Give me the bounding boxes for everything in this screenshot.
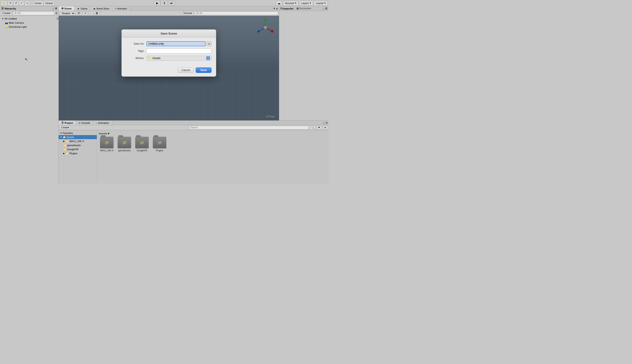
project-create-btn[interactable]: Create ▾ — [60, 126, 71, 130]
hierarchy-dirlight-label: Directional Light — [9, 26, 27, 28]
scene-viewport[interactable]: ✳ Y X — [59, 16, 279, 120]
tab-console[interactable]: ≡ Console — [76, 121, 93, 125]
effects-toggle[interactable]: 🖼 — [94, 11, 100, 15]
asset-item-plugins[interactable]: 📁 Plugins — [152, 137, 167, 152]
favorites-arrow-icon: ▼ — [60, 132, 62, 134]
save-button[interactable]: Save — [196, 68, 211, 73]
account-dropdown[interactable]: Account ▾ — [283, 1, 298, 6]
hierarchy-create-btn[interactable]: Create ▾ — [1, 11, 12, 15]
where-input[interactable]: 📁 Assets ▲ ▼ — [146, 56, 211, 61]
inspector-panel: ℹ Inspector ▣ Occlusion 🔒 ☰ — [279, 6, 329, 120]
hierarchy-menu-icon[interactable]: ☰ — [55, 7, 57, 10]
inspector-tab-inspector[interactable]: Inspector — [282, 7, 294, 10]
play-icon: ▶ — [156, 2, 158, 5]
folder-icon-plugins: 📁 — [157, 140, 162, 145]
asset-label-plugins: Plugins — [156, 149, 163, 152]
tab-game[interactable]: ► Game — [75, 6, 90, 10]
scene-search[interactable] — [195, 12, 278, 15]
sidebar-item-gameassets[interactable]: 📁 gameAssets — [59, 143, 97, 147]
project-star-btn[interactable]: ★ — [323, 126, 328, 130]
layers-label: Layers — [301, 2, 309, 4]
layers-dropdown[interactable]: Layers ▾ — [299, 1, 313, 6]
lighting-toggle[interactable]: ☀ — [83, 11, 88, 15]
audio-toggle[interactable]: ♪ — [89, 11, 93, 15]
pause-button[interactable]: ⏸ — [161, 1, 168, 6]
play-button[interactable]: ▶ — [154, 1, 160, 6]
gizmos-chevron-icon: ▾ — [191, 12, 192, 14]
game-tab-icon: ► — [77, 7, 80, 10]
transform-btn-scale[interactable]: ⤢ — [19, 1, 24, 6]
pivot-toggle[interactable]: Center — [33, 1, 43, 6]
cloud-icon: ☁ — [277, 1, 280, 5]
animation-tab-label: Animation — [98, 122, 109, 124]
assets-grid: 📁 46411_N3r-V 📁 gameAssets — [99, 137, 327, 152]
asset-item-gameassets[interactable]: 📁 gameAssets — [117, 137, 132, 152]
tags-row: Tags: — [126, 48, 211, 54]
sidebar-item-favorites[interactable]: ▼ Favorites — [59, 131, 97, 135]
hierarchy-item-maincamera[interactable]: 📷 Main Camera — [0, 21, 59, 25]
folder-icon-46411: 📁 — [104, 140, 109, 145]
right-controls: ☁ Account ▾ Layers ▾ Layout ▾ — [276, 1, 328, 6]
sidebar-item-googlevr[interactable]: 📁 GoogleVR — [59, 147, 97, 151]
inspector-menu-icon[interactable]: ☰ — [325, 7, 327, 10]
transform-btn-move[interactable]: ✛ — [8, 1, 13, 6]
scene-tabs: ⊞ Scene ► Game ☁ Asset Store ≈ Animator — [59, 6, 279, 11]
sidebar-item-46411[interactable]: ▶ 📁 46411_N3r-V — [59, 139, 97, 143]
animator-tab-label: Animator — [117, 7, 127, 10]
shaded-select[interactable]: Shaded — [60, 11, 75, 15]
tab-scene[interactable]: ⊞ Scene — [59, 6, 75, 10]
tags-input[interactable] — [146, 48, 211, 54]
pause-icon: ⏸ — [163, 2, 166, 5]
asset-item-googlevr[interactable]: 📁 GoogleVR — [134, 137, 150, 152]
tags-label: Tags: — [126, 50, 144, 52]
layout-dropdown[interactable]: Layout ▾ — [314, 1, 328, 6]
expand46411-icon: ▶ — [63, 140, 65, 142]
tab-animation[interactable]: ○ Animation — [93, 121, 112, 125]
step-button[interactable]: ⏭ — [168, 1, 175, 6]
cancel-button[interactable]: Cancel — [178, 68, 194, 73]
save-as-label: Save As: — [126, 42, 144, 45]
transform-btn-rotate[interactable]: ↺ — [13, 1, 19, 6]
hierarchy-item-directionallight[interactable]: 💡 Directional Light — [0, 25, 59, 29]
hierarchy-header: ☰ Hierarchy 🔒 ☰ — [0, 6, 59, 11]
gizmos-btn[interactable]: Gizmos ▾ — [182, 11, 194, 15]
where-value: Assets — [152, 56, 160, 60]
tab-animator[interactable]: ≈ Animator — [112, 6, 130, 10]
space-label: Global — [45, 2, 53, 4]
scene-maximize-icon[interactable]: ▲ — [276, 7, 278, 10]
hierarchy-options-icon[interactable]: ☰ — [55, 12, 58, 15]
inspector-tab-occlusion[interactable]: ▣ Occlusion — [296, 7, 311, 10]
main-split: ⊞ Scene ► Game ☁ Asset Store ≈ Animator — [59, 6, 329, 120]
2d-toggle[interactable]: 2D — [76, 11, 82, 15]
project-search[interactable] — [189, 126, 309, 130]
scene-minimize-icon[interactable]: ▼ — [273, 7, 275, 10]
tab-project[interactable]: ☰ Project — [59, 121, 76, 125]
space-toggle[interactable]: Global — [44, 1, 54, 6]
bottom-panel: ☰ Project ≡ Console ○ Animation 🔒 ☰ — [59, 120, 329, 184]
folder46411-icon: 📁 — [66, 140, 69, 143]
sidebar-item-plugins[interactable]: ▶ 📁 Plugins — [59, 151, 97, 156]
dialog-buttons: Cancel Save — [122, 66, 216, 73]
sidebar-item-assets[interactable]: ▼ 📁 Assets — [59, 135, 97, 139]
save-as-input[interactable] — [146, 41, 206, 46]
cloud-button[interactable]: ☁ — [276, 1, 282, 6]
play-controls: ▶ ⏸ ⏭ — [154, 1, 175, 6]
bottom-menu-icon[interactable]: ☰ — [326, 122, 328, 124]
googlevr-icon: 📁 — [63, 148, 66, 151]
transform-btn-rect[interactable]: ▭ — [25, 1, 30, 6]
asset-item-46411[interactable]: 📁 46411_N3r-V — [99, 137, 115, 152]
hierarchy-search[interactable] — [13, 12, 54, 15]
light-icon: 💡 — [5, 26, 8, 28]
assets-label: Assets — [67, 136, 74, 138]
save-as-chevron[interactable]: ▾ — [206, 41, 211, 46]
transform-btn-hand[interactable]: ✋ — [1, 1, 7, 6]
project-search-icon-btn[interactable]: 🔍 — [310, 126, 315, 130]
asset-folder-46411: 📁 — [100, 137, 114, 148]
tab-asset-store[interactable]: ☁ Asset Store — [90, 6, 112, 10]
hierarchy-item-untitled[interactable]: ▼ 🎮 Untitled ☰ — [0, 17, 59, 21]
scene-tab-label: Scene — [64, 7, 72, 10]
project-filter-btn[interactable]: ⚑ — [317, 126, 322, 130]
dialog-overlay: Save Scene Save As: ▾ Tags: — [59, 16, 279, 120]
asset-label-gameassets: gameAssets — [118, 149, 130, 152]
inspector-header: ℹ Inspector ▣ Occlusion 🔒 ☰ — [279, 6, 329, 11]
